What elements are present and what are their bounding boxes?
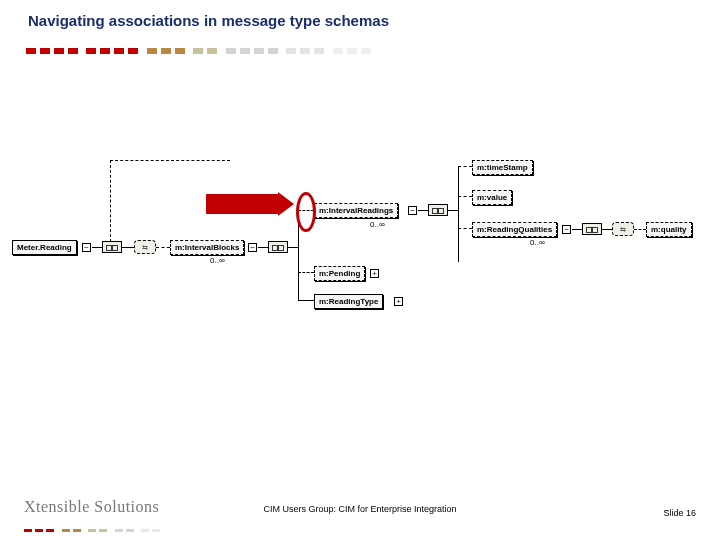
page-title: Navigating associations in message type … xyxy=(28,12,389,29)
expand-interval-readings: − xyxy=(408,206,417,215)
mult-reading-qualities: 0..∞ xyxy=(530,238,545,247)
node-pending: m:Pending xyxy=(314,266,365,281)
expand-pending: + xyxy=(370,269,379,278)
expand-interval-blocks: − xyxy=(248,243,257,252)
footer-text: CIM Users Group: CIM for Enterprise Inte… xyxy=(0,504,720,514)
choice-rq: ⇆ xyxy=(612,222,634,236)
node-quality: m:quality xyxy=(646,222,692,237)
title-divider xyxy=(26,40,696,48)
sequence-ib xyxy=(268,241,288,253)
node-meter-reading: Meter.Reading xyxy=(12,240,77,255)
choice-root: ⇆ xyxy=(134,240,156,254)
mult-interval-readings: 0..∞ xyxy=(370,220,385,229)
callout-arrow-head xyxy=(278,192,294,216)
sequence-rq xyxy=(582,223,602,235)
node-reading-type: m:ReadingType xyxy=(314,294,383,309)
slide-label: Slide xyxy=(663,508,683,518)
expand-reading-type: + xyxy=(394,297,403,306)
expand-reading-qualities: − xyxy=(562,225,571,234)
mult-interval-blocks: 0..∞ xyxy=(210,256,225,265)
slide-number: Slide 16 xyxy=(663,508,696,518)
sequence-root xyxy=(102,241,122,253)
company-underline xyxy=(24,518,174,521)
node-value: m:value xyxy=(472,190,512,205)
callout-ellipse xyxy=(296,192,316,232)
callout-arrow-body xyxy=(206,194,278,214)
slide-number-value: 16 xyxy=(686,508,696,518)
sequence-ir xyxy=(428,204,448,216)
node-timestamp: m:timeStamp xyxy=(472,160,533,175)
schema-diagram: Meter.Reading − ⇆ m:IntervalBlocks 0..∞ … xyxy=(10,160,710,360)
expand-meter-reading: − xyxy=(82,243,91,252)
node-interval-readings: m:IntervalReadings xyxy=(314,203,398,218)
node-interval-blocks: m:IntervalBlocks xyxy=(170,240,244,255)
node-reading-qualities: m:ReadingQualities xyxy=(472,222,557,237)
